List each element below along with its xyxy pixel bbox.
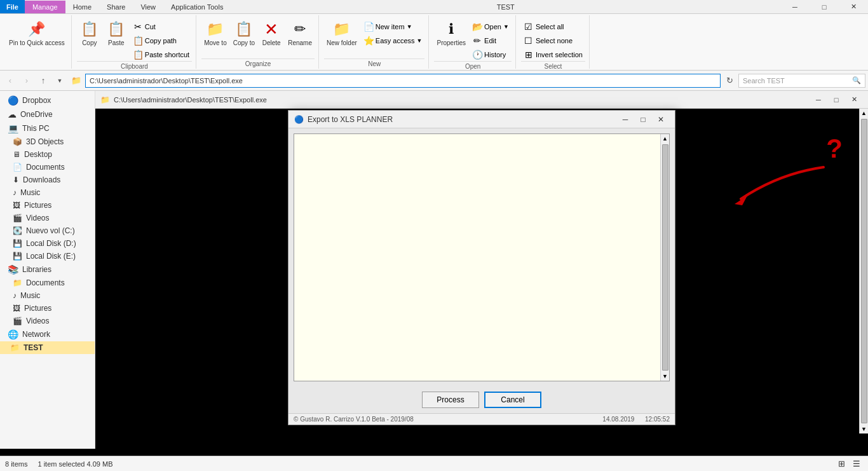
select-all-icon: ☑ [524,22,534,32]
sidebar-item-downloads[interactable]: ⬇ Downloads [0,174,95,186]
cancel-button[interactable]: Cancel [484,392,541,408]
rename-button[interactable]: ✏ Rename [285,18,315,48]
recent-locations-button[interactable]: ▼ [52,73,67,88]
sidebar-item-lib-pictures[interactable]: 🖼 Pictures [0,302,95,315]
sidebar-item-documents[interactable]: 📄 Documents [0,161,95,174]
minimize-button[interactable]: ─ [780,0,810,13]
easy-access-button[interactable]: ⭐ Easy access ▼ [361,34,425,47]
move-to-label: Move to [204,39,227,47]
tab-application-tools[interactable]: Application Tools [163,1,231,13]
tab-share[interactable]: Share [99,1,133,13]
scrollbar-thumb[interactable] [662,144,668,371]
pictures-icon: 🖼 [13,201,20,210]
move-to-button[interactable]: 📁 Move to [201,18,229,48]
forward-button[interactable]: › [19,73,34,88]
sidebar-item-lib-music[interactable]: ♪ Music [0,289,95,302]
dialog-close-button[interactable]: ✕ [652,112,670,127]
dialog-min-button[interactable]: ─ [616,112,634,127]
sidebar-item-nuevovol[interactable]: 💽 Nuevo vol (C:) [0,224,95,237]
test-icon: 📁 [10,343,20,352]
search-bar[interactable]: Search TEST 🔍 [738,74,865,88]
invert-selection-button[interactable]: ⊞ Invert selection [521,48,585,61]
sidebar-item-music[interactable]: ♪ Music [0,186,95,199]
cut-button[interactable]: ✂ Cut [130,20,192,33]
address-bar[interactable]: C:\Users\administrador\Desktop\TEST\Expo… [85,74,721,88]
dialog-textarea[interactable] [294,134,660,381]
ribbon-group-new: 📁 New folder 📄 New item ▼ ⭐ Easy access … [320,15,429,69]
new-folder-icon: 📁 [332,19,352,39]
delete-button[interactable]: ✕ Delete [259,18,284,48]
scrollbar-up[interactable]: ▲ [662,134,668,143]
new-folder-button[interactable]: 📁 New folder [324,18,360,48]
pin-quick-access-button[interactable]: 📌 Pin to Quick access [6,18,67,48]
tab-manage[interactable]: Manage [25,1,65,13]
diskd-icon: 💾 [13,239,22,248]
sidebar-item-desktop[interactable]: 🖥 Desktop [0,148,95,161]
sidebar-item-pictures[interactable]: 🖼 Pictures [0,199,95,212]
list-view-button[interactable]: ☰ [850,458,863,470]
dialog-overlay: 🔵 Export to XLS PLANNER ─ □ ✕ ▲ [95,91,868,449]
maximize-button[interactable]: □ [810,0,839,13]
sidebar-item-lib-documents[interactable]: 📁 Documents [0,276,95,289]
sidebar-desktop-label: Desktop [24,150,52,159]
edit-icon: ✏ [472,36,482,46]
copy-to-icon: 📋 [234,19,254,39]
close-button[interactable]: ✕ [839,0,868,13]
open-button[interactable]: 📂 Open ▼ [470,20,512,33]
sidebar-item-dropbox[interactable]: 🔵 Dropbox [0,93,95,107]
sidebar-item-3dobjects[interactable]: 📦 3D Objects [0,135,95,148]
dialog-icon: 🔵 [294,114,304,125]
edit-button[interactable]: ✏ Edit [470,34,512,47]
sidebar-item-lib-videos[interactable]: 🎬 Videos [0,315,95,327]
items-count: 8 items [5,460,27,468]
paste-shortcut-icon: 📋 [133,50,143,60]
rename-icon: ✏ [290,19,310,39]
up-button[interactable]: ↑ [36,73,51,88]
dialog-textarea-wrapper: ▲ ▼ [294,133,670,381]
move-to-icon: 📁 [205,19,226,39]
app-file-button[interactable]: File [0,0,25,13]
copy-to-button[interactable]: 📋 Copy to [231,18,257,48]
sidebar-item-thispc[interactable]: 💻 This PC [0,121,95,135]
diske-icon: 💾 [13,252,22,261]
sidebar-item-diske[interactable]: 💾 Local Disk (E:) [0,250,95,263]
select-none-button[interactable]: ☐ Select none [521,34,585,47]
music-icon: ♪ [13,188,17,197]
sidebar-item-libraries[interactable]: 📚 Libraries [0,263,95,276]
paste-button[interactable]: 📋 Paste [104,18,129,48]
properties-button[interactable]: ℹ Properties [434,18,468,48]
sidebar-pictures-label: Pictures [24,201,51,210]
sidebar-item-onedrive[interactable]: ☁ OneDrive [0,107,95,121]
copy-path-button[interactable]: 📋 Copy path [130,34,192,47]
dialog-max-button[interactable]: □ [634,112,652,127]
ribbon-group-clipboard: 📋 Copy 📋 Paste ✂ Cut 📋 Copy path [73,15,196,69]
paste-shortcut-button[interactable]: 📋 Paste shortcut [130,48,192,61]
grid-view-button[interactable]: ⊞ [835,458,848,470]
sidebar-item-videos[interactable]: 🎬 Videos [0,212,95,224]
process-button[interactable]: Process [422,392,479,408]
refresh-button[interactable]: ↻ [722,73,737,88]
sidebar-item-test[interactable]: 📁 TEST [0,341,95,354]
scrollbar-down[interactable]: ▼ [662,372,668,381]
sidebar-music-label: Music [20,188,40,197]
sidebar-item-diskd[interactable]: 💾 Local Disk (D:) [0,237,95,250]
sidebar-item-network[interactable]: 🌐 Network [0,327,95,341]
back-button[interactable]: ‹ [3,73,18,88]
lib-music-icon: ♪ [13,291,17,300]
dialog-scrollbar[interactable]: ▲ ▼ [660,134,669,381]
pin-icon: 📌 [27,19,47,39]
nav-bar: ‹ › ↑ ▼ 📁 C:\Users\administrador\Desktop… [0,71,868,91]
select-all-button[interactable]: ☑ Select all [521,20,585,33]
libraries-icon: 📚 [8,264,18,275]
tab-view[interactable]: View [133,1,163,13]
delete-label: Delete [262,39,281,47]
address-text: C:\Users\administrador\Desktop\TEST\Expo… [90,77,243,85]
copy-button[interactable]: 📋 Copy [77,18,102,48]
history-button[interactable]: 🕐 History [470,48,512,61]
new-item-button[interactable]: 📄 New item ▼ [361,20,425,33]
tab-home[interactable]: Home [65,1,99,13]
lib-videos-icon: 🎬 [13,317,22,325]
open-icon: 📂 [472,22,482,32]
copy-path-icon: 📋 [133,36,143,46]
easy-access-icon: ⭐ [363,36,374,46]
